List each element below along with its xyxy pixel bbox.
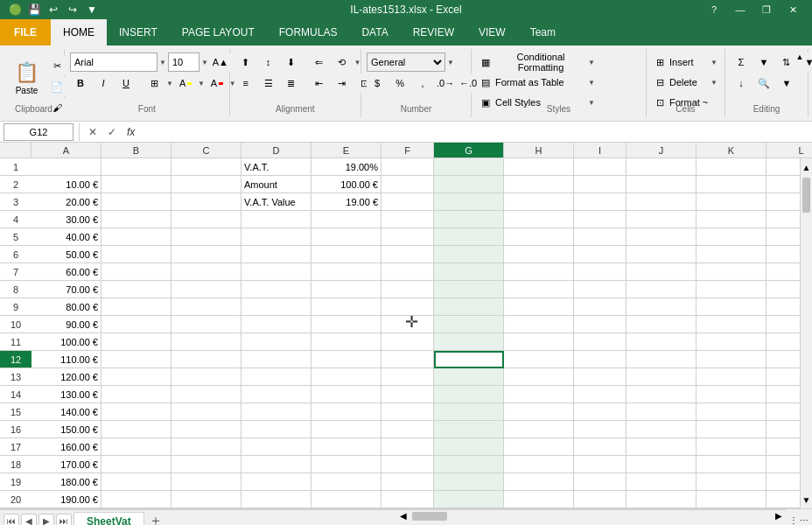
cell[interactable] [242,386,312,403]
col-header-f[interactable]: F [382,143,434,158]
cell[interactable] [626,386,696,403]
cell[interactable] [172,228,242,246]
cell[interactable] [102,246,172,263]
cell[interactable] [626,333,696,351]
cell[interactable] [696,333,766,351]
cell[interactable]: 40.00 € [32,228,102,246]
cell[interactable]: 110.00 € [32,351,102,368]
cell[interactable] [172,298,242,316]
percent-button[interactable]: % [389,74,410,93]
tab-home[interactable]: HOME [51,19,107,46]
align-bottom-button[interactable]: ⬇ [281,52,302,72]
cell[interactable] [382,386,434,403]
fill-dropdown[interactable]: ▼ [198,80,205,88]
cell[interactable] [102,491,172,508]
cell[interactable] [102,281,172,298]
col-header-j[interactable]: J [626,143,696,158]
cell[interactable] [102,403,172,421]
cell[interactable] [504,403,574,421]
orientation-button[interactable]: ⟲ [332,52,353,72]
cell[interactable] [312,281,382,298]
cell[interactable] [242,263,312,281]
cell[interactable] [382,456,434,473]
cell[interactable] [172,368,242,386]
col-header-i[interactable]: I [574,143,626,158]
cell[interactable]: 90.00 € [32,316,102,333]
cell[interactable] [504,193,574,211]
cell[interactable]: 160.00 € [32,438,102,456]
font-size-input[interactable] [168,52,200,72]
cell[interactable] [504,368,574,386]
align-middle-button[interactable]: ↕ [258,52,279,72]
number-format-dropdown[interactable]: ▼ [447,59,454,66]
cell[interactable] [312,438,382,456]
cell[interactable] [574,438,626,456]
border-dropdown[interactable]: ▼ [166,80,173,88]
col-header-a[interactable]: A [32,143,102,158]
split-v-button[interactable]: ⋮ [789,515,798,525]
col-header-b[interactable]: B [102,143,172,158]
cell[interactable] [626,246,696,263]
delete-button[interactable]: ⊟ Delete ▼ [652,73,722,92]
cell[interactable]: 150.00 € [32,421,102,438]
cell[interactable] [434,246,504,263]
cell[interactable] [574,368,626,386]
italic-button[interactable]: I [93,74,114,93]
find-select-button[interactable]: 🔍 [753,74,774,93]
cell[interactable] [242,316,312,333]
cell[interactable] [766,228,800,246]
sheet-nav-prev[interactable]: ◀ [21,514,37,526]
tab-page-layout[interactable]: PAGE LAYOUT [170,19,267,46]
cell[interactable] [504,473,574,491]
cell[interactable] [626,351,696,368]
cell[interactable] [172,421,242,438]
cell[interactable]: 30.00 € [32,211,102,228]
cell[interactable] [242,211,312,228]
cell[interactable] [696,316,766,333]
number-format-select[interactable]: General [367,52,445,72]
cell[interactable] [172,473,242,491]
close-icon[interactable]: ✕ [780,0,805,19]
cell[interactable]: 70.00 € [32,281,102,298]
decrease-decimal-button[interactable]: .0→ [435,74,456,93]
restore-icon[interactable]: ❐ [754,0,779,19]
cell[interactable] [696,386,766,403]
cell[interactable] [504,351,574,368]
cell[interactable] [434,211,504,228]
formula-input[interactable] [142,123,808,141]
cell[interactable] [382,176,434,193]
cell[interactable] [382,228,434,246]
cell[interactable] [626,193,696,211]
sheet-tab-sheetvat[interactable]: SheetVat [74,512,144,526]
cell[interactable] [504,333,574,351]
cell[interactable]: 20.00 € [32,193,102,211]
cell[interactable] [172,333,242,351]
cell[interactable] [766,263,800,281]
cell[interactable] [172,316,242,333]
tab-data[interactable]: DATA [349,19,400,46]
vertical-scrollbar[interactable]: ▲ ▼ [800,158,812,508]
cell[interactable] [434,491,504,508]
cell[interactable] [626,368,696,386]
cell[interactable] [574,228,626,246]
sheet-nav-next[interactable]: ▶ [38,514,54,526]
cell[interactable] [766,473,800,491]
cell[interactable] [504,438,574,456]
editing-collapse-button[interactable]: ▲ [794,51,806,63]
cell[interactable] [766,386,800,403]
cell[interactable] [434,386,504,403]
cell[interactable]: 50.00 € [32,246,102,263]
cell[interactable] [504,298,574,316]
cell[interactable] [312,246,382,263]
cell[interactable] [102,438,172,456]
cell[interactable] [434,368,504,386]
decrease-indent-button[interactable]: ⇤ [309,74,330,93]
cell[interactable] [574,281,626,298]
cell[interactable] [172,456,242,473]
cell[interactable] [766,491,800,508]
cell[interactable]: 100.00 € [32,333,102,351]
cell[interactable]: 140.00 € [32,403,102,421]
col-header-l[interactable]: L [766,143,812,158]
cell[interactable] [102,386,172,403]
cell[interactable] [312,386,382,403]
